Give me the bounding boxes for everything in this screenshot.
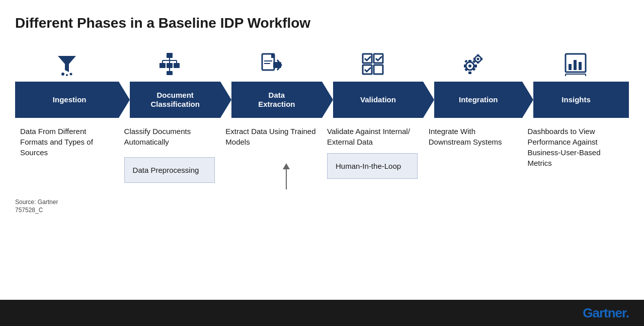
- sub-box-humanloop: Human-In-the-Loop: [327, 153, 418, 179]
- gartner-logo: Gartner.: [583, 305, 629, 321]
- footer-bar: Gartner.: [0, 300, 644, 326]
- funnel-icon: [55, 52, 79, 76]
- phase-integration: Integration: [423, 82, 522, 118]
- sub-box-preprocessing: Data Preprocessing: [124, 157, 215, 183]
- phase-validation-label: Validation: [360, 95, 396, 104]
- desc-insights: Dashboards to View Performance Against B…: [523, 126, 629, 168]
- phase-insights: Insights: [522, 82, 629, 118]
- hierarchy-icon: [157, 52, 182, 76]
- desc-dataext: Extract Data Using Trained Models: [220, 126, 322, 189]
- phase-insights-label: Insights: [561, 95, 591, 104]
- descriptions-row: Data From Different Formats and Types of…: [15, 126, 629, 189]
- page-title: Different Phases in a Baseline IDP Workf…: [15, 15, 629, 31]
- phase-ingestion: Ingestion: [15, 82, 119, 118]
- desc-integration-text: Integrate With Downstream Systems: [429, 127, 502, 146]
- desc-dataext-text: Extract Data Using Trained Models: [225, 126, 317, 147]
- phase-ingestion-label: Ingestion: [53, 95, 87, 104]
- docclass-icon-wrapper: [119, 46, 221, 82]
- desc-insights-text: Dashboards to View Performance Against B…: [528, 127, 601, 167]
- ingestion-icon-wrapper: [15, 46, 119, 82]
- svg-rect-40: [569, 64, 572, 70]
- svg-rect-41: [574, 60, 577, 70]
- desc-docclass-text: Classify Documents Automatically: [124, 126, 216, 147]
- gartner-logo-dot: .: [626, 305, 629, 320]
- svg-rect-7: [174, 63, 180, 68]
- desc-integration: Integrate With Downstream Systems: [424, 126, 523, 147]
- checklist-icon: [361, 52, 385, 76]
- svg-point-1: [66, 74, 68, 76]
- icons-row: [15, 46, 629, 82]
- svg-rect-36: [477, 61, 479, 63]
- svg-rect-6: [167, 63, 173, 68]
- dataext-icon-wrapper: [220, 46, 322, 82]
- extract-icon: [259, 52, 283, 76]
- svg-rect-27: [464, 64, 466, 68]
- svg-rect-25: [468, 60, 471, 62]
- source-label: Source: Gartner: [15, 199, 629, 206]
- validation-icon-wrapper: [322, 46, 424, 82]
- phase-dataext-label: DataExtraction: [258, 91, 295, 109]
- phase-docclass: DocumentClassification: [119, 82, 220, 118]
- sub-box-preprocessing-text: Data Preprocessing: [133, 166, 199, 174]
- svg-rect-26: [468, 72, 471, 74]
- svg-rect-21: [363, 65, 372, 74]
- svg-point-2: [70, 73, 72, 76]
- chart-icon: [564, 52, 588, 76]
- source-id: 757528_C: [15, 207, 629, 214]
- svg-rect-20: [374, 54, 383, 63]
- phase-docclass-label: DocumentClassification: [150, 91, 200, 109]
- integration-icon-wrapper: [424, 46, 523, 82]
- svg-rect-38: [480, 58, 482, 60]
- desc-docclass: Classify Documents Automatically Data Pr…: [119, 126, 221, 183]
- svg-rect-22: [374, 65, 383, 74]
- phases-banner: Ingestion DocumentClassification DataExt…: [15, 82, 629, 118]
- desc-ingestion-text: Data From Different Formats and Types of…: [20, 127, 93, 157]
- desc-ingestion: Data From Different Formats and Types of…: [15, 126, 119, 158]
- desc-validation: Validate Against Internal/ External Data…: [322, 126, 424, 179]
- svg-point-34: [477, 58, 479, 60]
- sub-box-humanloop-text: Human-In-the-Loop: [336, 162, 401, 170]
- arrow-up-container: [256, 163, 317, 189]
- svg-rect-5: [159, 63, 166, 68]
- phase-integration-label: Integration: [459, 95, 498, 104]
- svg-rect-28: [474, 64, 477, 68]
- arrow-up-head: [283, 163, 290, 169]
- svg-rect-4: [167, 53, 173, 58]
- gears-icon: [461, 52, 485, 76]
- desc-validation-text: Validate Against Internal/ External Data: [327, 126, 419, 147]
- svg-rect-35: [477, 54, 479, 56]
- svg-rect-42: [579, 62, 582, 70]
- arrow-up-line: [286, 169, 287, 189]
- svg-point-0: [61, 73, 64, 76]
- svg-point-24: [468, 64, 471, 68]
- gartner-logo-text: Gartner: [583, 305, 626, 320]
- phase-dataext: DataExtraction: [220, 82, 322, 118]
- svg-rect-19: [363, 54, 372, 63]
- insights-icon-wrapper: [522, 46, 629, 82]
- svg-rect-37: [473, 58, 475, 60]
- svg-rect-12: [167, 71, 173, 75]
- phase-validation: Validation: [322, 82, 424, 118]
